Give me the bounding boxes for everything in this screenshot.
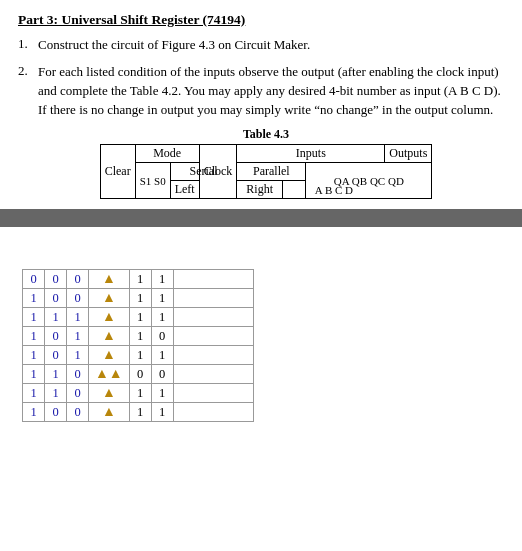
part-title: Part 3: Universal Shift Register (74194) — [18, 12, 504, 28]
table-row: 100▲11 — [23, 289, 254, 308]
clear-header: Clear — [100, 145, 135, 199]
table-row: 110▲▲00 — [23, 365, 254, 384]
table-row: 100▲11 — [23, 403, 254, 422]
s1s0-header: S1 S0 — [135, 163, 170, 199]
outputs-header: Outputs — [385, 145, 432, 163]
table-row: 101▲10 — [23, 327, 254, 346]
inputs-header: Inputs — [237, 145, 385, 163]
left-header: Left — [170, 181, 199, 199]
data-table-section: 000▲11100▲11111▲11101▲10101▲11110▲▲00110… — [18, 269, 504, 422]
item-1: 1. Construct the circuit of Figure 4.3 o… — [18, 36, 504, 55]
parallel-header: Parallel — [237, 163, 306, 181]
table-43: Clear Mode Clock Inputs Outputs S1 S0 Se… — [100, 144, 433, 199]
table-label: Table 4.3 — [28, 127, 504, 142]
item-2: 2. For each listed condition of the inpu… — [18, 63, 504, 120]
table-row: 101▲11 — [23, 346, 254, 365]
table-row: 000▲11 — [23, 270, 254, 289]
mode-header: Mode — [135, 145, 199, 163]
data-table: 000▲11100▲11111▲11101▲10101▲11110▲▲00110… — [22, 269, 254, 422]
right-header: Right — [237, 181, 283, 199]
watermark-area — [18, 237, 504, 261]
table-row: 111▲11 — [23, 308, 254, 327]
table-43-section: Table 4.3 Clear Mode Clock Inputs Output… — [28, 127, 504, 199]
gray-divider — [0, 209, 522, 227]
table-row: 110▲11 — [23, 384, 254, 403]
